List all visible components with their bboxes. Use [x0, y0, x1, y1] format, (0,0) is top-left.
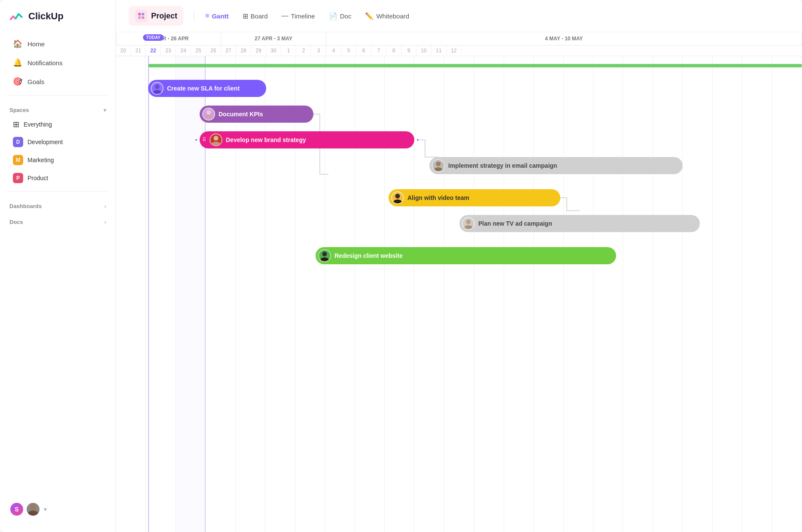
grid-col-22 [176, 56, 206, 532]
task-label-t1: Create new SLA for client [167, 85, 240, 92]
home-icon: 🏠 [13, 39, 22, 48]
task-label-t6: Plan new TV ad campaign [478, 220, 552, 227]
spaces-section-header[interactable]: Spaces ▾ [0, 100, 115, 116]
sidebar-home-label: Home [27, 40, 45, 48]
sidebar-item-home[interactable]: 🏠 Home [3, 35, 112, 53]
product-badge: P [13, 173, 23, 183]
docs-section-header[interactable]: Docs › [0, 212, 115, 228]
drag-dot-right-t3[interactable] [416, 138, 419, 142]
day-cell-12: 12 [447, 45, 462, 56]
day-cell-10: 10 [416, 45, 431, 56]
task-bar-website[interactable]: Redesign client website [316, 247, 616, 264]
gantt-body: Create new SLA for client Document KPIs … [116, 56, 802, 532]
sidebar-item-product[interactable]: P Product [3, 169, 112, 187]
development-badge: D [13, 137, 23, 147]
task-bar-email[interactable]: Implement strategy in email campaign [429, 157, 683, 174]
day-cell-6: 6 [356, 45, 371, 56]
spaces-label: Spaces [9, 107, 29, 113]
sidebar-goals-label: Goals [27, 78, 44, 85]
task-bar-kpis[interactable]: Document KPIs [200, 106, 313, 123]
drag-handle-t3[interactable]: ⠿ [202, 137, 206, 143]
docs-label: Docs [9, 219, 23, 225]
week-1: 20 APR - 26 APR [116, 32, 221, 45]
grid-col-4 [534, 56, 563, 532]
bell-icon: 🔔 [13, 58, 22, 67]
grid-col-11 [742, 56, 772, 532]
sidebar-item-everything[interactable]: ⊞ Everything [3, 116, 112, 133]
day-cell-4: 4 [326, 45, 341, 56]
sidebar-item-development[interactable]: D Development [3, 133, 112, 151]
tab-whiteboard[interactable]: ✏️ Whiteboard [359, 9, 415, 23]
svg-point-13 [434, 167, 443, 171]
development-label: Development [27, 139, 63, 145]
today-badge: TODAY [143, 34, 164, 41]
svg-point-19 [320, 257, 329, 261]
task-bar-sla[interactable]: Create new SLA for client [148, 80, 266, 97]
tab-divider-1 [194, 11, 194, 21]
tab-doc[interactable]: 📄 Doc [323, 9, 358, 23]
whiteboard-label: Whiteboard [376, 12, 409, 20]
task-bar-brand[interactable]: ⠿ Develop new brand strategy [200, 131, 414, 148]
task-avatar-t4 [432, 159, 445, 172]
day-cell-21: 21 [131, 45, 146, 56]
avatar-chevron-icon[interactable]: ▾ [44, 506, 47, 513]
logo-area: ClickUp [0, 9, 115, 34]
tab-timeline[interactable]: — Timeline [276, 9, 321, 23]
product-label: Product [27, 175, 48, 181]
everything-grid-icon: ⊞ [13, 120, 19, 129]
week-2: 27 APR - 3 MAY [221, 32, 326, 45]
dashboards-chevron-icon: › [104, 203, 106, 209]
timeline-label: Timeline [291, 12, 315, 20]
dashboards-section-header[interactable]: Dashboards › [0, 196, 115, 212]
day-cell-1: 1 [281, 45, 296, 56]
day-cell-5: 5 [341, 45, 356, 56]
svg-point-6 [155, 85, 160, 89]
today-line [148, 56, 149, 532]
tab-board[interactable]: ⊞ Board [237, 9, 274, 23]
day-cell-28: 28 [236, 45, 251, 56]
grid-col-27 [325, 56, 355, 532]
day-cell-11: 11 [431, 45, 447, 56]
task-label-t3: Develop new brand strategy [226, 136, 306, 143]
svg-point-0 [30, 504, 36, 510]
main-content: Project ≡ Gantt ⊞ Board — Timeline 📄 Doc… [116, 0, 802, 532]
sidebar-divider-1 [7, 95, 109, 96]
day-cell-27: 27 [221, 45, 236, 56]
tab-gantt[interactable]: ≡ Gantt [199, 9, 235, 23]
grid-col-2 [474, 56, 504, 532]
timeline-icon: — [282, 12, 289, 20]
sidebar-item-notifications[interactable]: 🔔 Notifications [3, 54, 112, 72]
project-tab[interactable]: Project [129, 6, 183, 26]
gantt-day-cells: 202122TODAY23242526272829301234567891011… [116, 45, 802, 56]
sidebar-item-goals[interactable]: 🎯 Goals [3, 73, 112, 91]
task-bar-video[interactable]: Align with video team [389, 189, 560, 206]
clickup-logo-icon [9, 9, 24, 24]
grid-col-1 [444, 56, 474, 532]
grid-col-5 [564, 56, 593, 532]
svg-point-1 [28, 511, 38, 516]
grid-col-7 [623, 56, 653, 532]
week-3: 4 MAY - 10 MAY [326, 32, 802, 45]
day-cell-25: 25 [191, 45, 206, 56]
grid-col-29 [385, 56, 414, 532]
board-label: Board [251, 12, 268, 20]
avatar-user2[interactable] [26, 502, 40, 517]
task-avatar-t2 [202, 108, 215, 121]
app-name: ClickUp [28, 11, 64, 22]
sidebar-item-marketing[interactable]: M Marketing [3, 151, 112, 169]
task-bar-tv[interactable]: Plan new TV ad campaign [459, 215, 700, 232]
day-cell-29: 29 [251, 45, 266, 56]
grid-col-24 [236, 56, 265, 532]
dashboards-label: Dashboards [9, 203, 42, 209]
day-cell-9: 9 [401, 45, 416, 56]
svg-rect-2 [138, 13, 141, 15]
day-cell-2: 2 [296, 45, 311, 56]
grid-col-28 [355, 56, 385, 532]
gantt-chart: 20 APR - 26 APR 27 APR - 3 MAY 4 MAY - 1… [116, 32, 802, 532]
svg-point-16 [466, 220, 471, 224]
avatar-s[interactable]: S [9, 502, 24, 517]
svg-rect-4 [138, 16, 141, 19]
drag-dot-left-t3[interactable] [194, 138, 198, 142]
doc-icon: 📄 [329, 12, 337, 20]
grid-col-6 [593, 56, 623, 532]
